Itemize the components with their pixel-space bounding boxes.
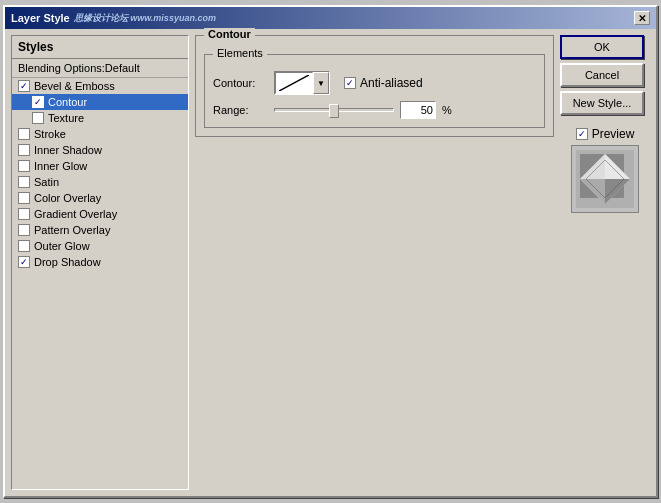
right-buttons-panel: OK Cancel New Style... Preview	[560, 35, 650, 490]
inner-shadow-checkbox[interactable]	[18, 144, 30, 156]
drop-shadow-checkbox[interactable]	[18, 256, 30, 268]
settings-area: Contour Elements Contour:	[195, 35, 554, 490]
sidebar-item-contour[interactable]: Contour	[12, 94, 188, 110]
range-slider-thumb[interactable]	[329, 104, 339, 118]
gradient-overlay-label: Gradient Overlay	[34, 208, 117, 220]
center-area: Contour Elements Contour:	[195, 35, 650, 490]
range-label: Range:	[213, 104, 268, 116]
contour-svg	[279, 75, 309, 91]
stroke-checkbox[interactable]	[18, 128, 30, 140]
blending-options-label: Blending Options:Default	[12, 59, 188, 78]
preview-checkbox-row: Preview	[576, 127, 635, 141]
satin-checkbox[interactable]	[18, 176, 30, 188]
anti-aliased-label: Anti-aliased	[360, 76, 423, 90]
sidebar-item-pattern-overlay[interactable]: Pattern Overlay	[12, 222, 188, 238]
inner-glow-label: Inner Glow	[34, 160, 87, 172]
range-row: Range: %	[213, 101, 536, 119]
new-style-button[interactable]: New Style...	[560, 91, 644, 115]
preview-checkbox[interactable]	[576, 128, 588, 140]
sidebar-item-gradient-overlay[interactable]: Gradient Overlay	[12, 206, 188, 222]
cancel-button[interactable]: Cancel	[560, 63, 644, 87]
sidebar-item-inner-glow[interactable]: Inner Glow	[12, 158, 188, 174]
texture-label: Texture	[48, 112, 84, 124]
contour-preview	[275, 72, 313, 94]
outer-glow-label: Outer Glow	[34, 240, 90, 252]
left-panel: Styles Blending Options:Default Bevel & …	[11, 35, 189, 490]
contour-group: Contour Elements Contour:	[195, 35, 554, 137]
contour-field-label: Contour:	[213, 77, 268, 89]
drop-shadow-label: Drop Shadow	[34, 256, 101, 268]
sidebar-item-outer-glow[interactable]: Outer Glow	[12, 238, 188, 254]
pattern-overlay-label: Pattern Overlay	[34, 224, 110, 236]
sidebar-item-texture[interactable]: Texture	[12, 110, 188, 126]
title-bar: Layer Style 思缘设计论坛 www.missyuan.com ✕	[5, 7, 656, 29]
styles-label: Styles	[12, 36, 188, 59]
inner-glow-checkbox[interactable]	[18, 160, 30, 172]
contour-row: Contour: ▼	[213, 71, 536, 95]
sidebar-item-satin[interactable]: Satin	[12, 174, 188, 190]
ok-button[interactable]: OK	[560, 35, 644, 59]
stroke-label: Stroke	[34, 128, 66, 140]
range-value-input[interactable]	[400, 101, 436, 119]
contour-checkbox[interactable]	[32, 96, 44, 108]
anti-aliased-checkbox[interactable]	[344, 77, 356, 89]
preview-box	[571, 145, 639, 213]
bevel-emboss-checkbox[interactable]	[18, 80, 30, 92]
bevel-emboss-label: Bevel & Emboss	[34, 80, 115, 92]
sidebar-item-inner-shadow[interactable]: Inner Shadow	[12, 142, 188, 158]
texture-checkbox[interactable]	[32, 112, 44, 124]
elements-group-title: Elements	[213, 47, 267, 59]
sidebar-item-stroke[interactable]: Stroke	[12, 126, 188, 142]
close-button[interactable]: ✕	[634, 11, 650, 25]
gradient-overlay-checkbox[interactable]	[18, 208, 30, 220]
contour-label: Contour	[48, 96, 87, 108]
range-slider-track[interactable]	[274, 108, 394, 112]
range-percent-label: %	[442, 104, 452, 116]
contour-group-title: Contour	[204, 28, 255, 40]
preview-section: Preview	[560, 127, 650, 213]
anti-alias-row: Anti-aliased	[344, 76, 423, 90]
dialog-window: Layer Style 思缘设计论坛 www.missyuan.com ✕ St…	[3, 5, 658, 498]
pattern-overlay-checkbox[interactable]	[18, 224, 30, 236]
sidebar-item-drop-shadow[interactable]: Drop Shadow	[12, 254, 188, 270]
sidebar-item-bevel-emboss[interactable]: Bevel & Emboss	[12, 78, 188, 94]
watermark: 思缘设计论坛 www.missyuan.com	[74, 12, 216, 25]
color-overlay-label: Color Overlay	[34, 192, 101, 204]
inner-shadow-label: Inner Shadow	[34, 144, 102, 156]
contour-dropdown-button[interactable]: ▼	[313, 72, 329, 94]
preview-label: Preview	[592, 127, 635, 141]
dialog-content: Styles Blending Options:Default Bevel & …	[5, 29, 656, 496]
satin-label: Satin	[34, 176, 59, 188]
dialog-title: Layer Style	[11, 12, 70, 24]
outer-glow-checkbox[interactable]	[18, 240, 30, 252]
contour-select[interactable]: ▼	[274, 71, 330, 95]
elements-group: Elements Contour:	[204, 54, 545, 128]
color-overlay-checkbox[interactable]	[18, 192, 30, 204]
preview-svg	[576, 150, 634, 208]
layer-list: Bevel & Emboss Contour Texture Stroke	[12, 78, 188, 489]
sidebar-item-color-overlay[interactable]: Color Overlay	[12, 190, 188, 206]
